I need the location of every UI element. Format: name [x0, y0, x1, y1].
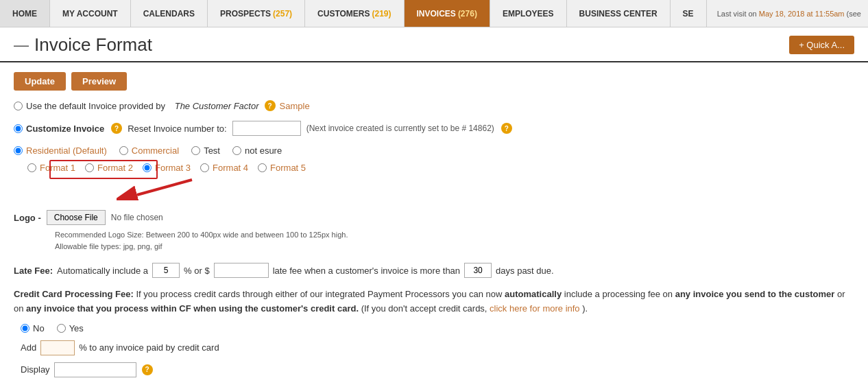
help-icon-display[interactable]: ?: [142, 364, 153, 375]
page-title-area: — Invoice Format: [14, 34, 152, 56]
preview-button[interactable]: Preview: [71, 72, 127, 91]
choose-file-button[interactable]: Choose File: [47, 210, 106, 225]
format3-radio[interactable]: [143, 163, 152, 172]
format2-radio[interactable]: [85, 163, 94, 172]
action-buttons-row: Update Preview: [0, 62, 868, 100]
cc-text: Credit Card Processing Fee: If you proce…: [14, 288, 854, 316]
nav-calendars[interactable]: CALENDARS: [131, 0, 208, 27]
customize-invoice-radio[interactable]: [14, 124, 23, 133]
cc-no-radio[interactable]: [21, 324, 29, 333]
content-area: Use the default Invoice provided by The …: [0, 100, 868, 387]
type-test-label[interactable]: Test: [191, 145, 220, 156]
default-invoice-radio[interactable]: [14, 102, 23, 110]
add-pct-row: Add % to any invoice paid by credit card: [14, 340, 854, 355]
nav-customers[interactable]: CUSTOMERS(219): [305, 0, 404, 27]
cc-auto-text: automatically: [505, 289, 562, 299]
help-icon-customize[interactable]: ?: [111, 123, 122, 134]
logo-row: Logo - Choose File No file chosen: [14, 210, 854, 225]
type-commercial-label[interactable]: Commercial: [119, 145, 179, 156]
display-row: Display ?: [14, 362, 854, 377]
update-button[interactable]: Update: [14, 72, 66, 91]
format5-label[interactable]: Format 5: [258, 163, 306, 173]
nav-menu: HOME MY ACCOUNT CALENDARS PROSPECTS(257)…: [0, 0, 710, 27]
title-dash: —: [14, 36, 29, 54]
page-header: — Invoice Format Quick A...: [0, 27, 868, 62]
format5-radio[interactable]: [258, 163, 267, 172]
cc-options-row: No Yes: [14, 323, 854, 333]
cc-any-process-text: any invoice that you process within CF w…: [26, 303, 359, 314]
cc-yes-label[interactable]: Yes: [57, 323, 84, 333]
late-fee-days-input[interactable]: [464, 263, 492, 278]
cc-no-label[interactable]: No: [21, 323, 45, 333]
format1-label[interactable]: Format 1: [27, 163, 75, 173]
nav-se[interactable]: SE: [671, 0, 707, 27]
late-fee-dollar-input[interactable]: [214, 263, 269, 278]
cc-any-invoice-text: any invoice you send to the customer: [675, 289, 835, 299]
display-input[interactable]: [54, 362, 136, 377]
logo-section: Logo - Choose File No file chosen Recomm…: [14, 210, 854, 252]
nav-business-center[interactable]: BUSINESS CENTER: [567, 0, 671, 27]
add-pct-input[interactable]: [40, 340, 75, 355]
type-test-radio[interactable]: [191, 146, 200, 155]
quick-add-button[interactable]: Quick A...: [789, 36, 854, 54]
nav-employees[interactable]: EMPLOYEES: [490, 0, 567, 27]
invoice-type-row: Residential (Default) Commercial Test no…: [14, 145, 854, 156]
customize-invoice-radio-label[interactable]: Customize Invoice: [14, 124, 104, 134]
help-icon-default[interactable]: ?: [265, 100, 276, 111]
page-title: Invoice Format: [34, 34, 152, 56]
svg-line-1: [137, 180, 192, 195]
cc-heading: Credit Card Processing Fee:: [14, 289, 134, 299]
logo-hint1: Recommended Logo Size: Between 200 to 40…: [55, 229, 854, 241]
format4-radio[interactable]: [200, 163, 209, 172]
late-fee-pct-input[interactable]: [152, 263, 180, 278]
nav-my-account[interactable]: MY ACCOUNT: [50, 0, 131, 27]
format-row-wrapper: Format 1 Format 2 Format 3 Format 4 Form…: [14, 163, 306, 173]
nav-prospects[interactable]: PROSPECTS(257): [208, 0, 305, 27]
type-commercial-radio[interactable]: [119, 146, 128, 155]
format4-label[interactable]: Format 4: [200, 163, 248, 173]
format1-radio[interactable]: [27, 163, 36, 172]
format-section: Format 1 Format 2 Format 3 Format 4 Form…: [14, 163, 854, 200]
cc-yes-radio[interactable]: [57, 324, 66, 333]
last-visit-info: Last visit on May 18, 2018 at 11:55am (s…: [710, 0, 868, 27]
sample-link[interactable]: Sample: [280, 101, 310, 111]
nav-invoices[interactable]: INVOICES(276): [405, 0, 490, 27]
invoice-number-reset-input[interactable]: [232, 121, 301, 136]
red-arrow-icon: [117, 174, 199, 200]
cc-section: Credit Card Processing Fee: If you proce…: [14, 288, 854, 377]
nav-home[interactable]: HOME: [0, 0, 50, 27]
format2-label[interactable]: Format 2: [85, 163, 133, 173]
type-notsure-label[interactable]: not esure: [232, 145, 282, 156]
default-invoice-row: Use the default Invoice provided by The …: [14, 100, 854, 111]
format-row: Format 1 Format 2 Format 3 Format 4 Form…: [14, 163, 306, 173]
top-navigation-bar: HOME MY ACCOUNT CALENDARS PROSPECTS(257)…: [0, 0, 868, 27]
type-residential-radio[interactable]: [14, 146, 23, 155]
help-icon-next-invoice[interactable]: ?: [501, 123, 512, 134]
type-residential-label[interactable]: Residential (Default): [14, 145, 107, 156]
cc-more-info-link[interactable]: click here for more info: [490, 303, 580, 314]
customize-invoice-row: Customize Invoice ? Reset Invoice number…: [14, 121, 854, 136]
logo-hint2: Allowable file types: jpg, png, gif: [55, 241, 854, 253]
arrow-container: [21, 174, 854, 200]
type-notsure-radio[interactable]: [232, 146, 241, 155]
default-invoice-radio-label[interactable]: Use the default Invoice provided by The …: [14, 101, 259, 111]
late-fee-row: Late Fee: Automatically include a % or $…: [14, 263, 854, 278]
format3-label[interactable]: Format 3: [143, 163, 191, 173]
